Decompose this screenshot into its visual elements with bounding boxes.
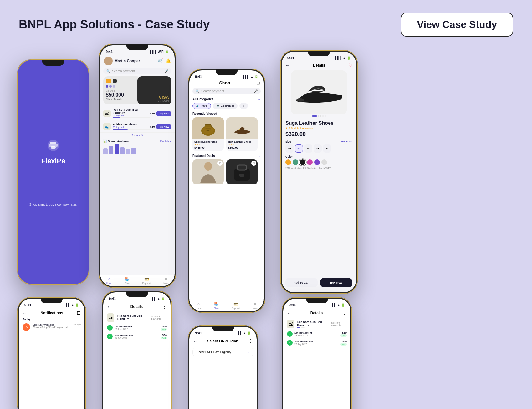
size-chart-link[interactable]: Size chart xyxy=(340,140,352,143)
shop-status-icons: ▌▌▌▲🔋 xyxy=(243,75,258,78)
notif-time-1: 3hrs ago xyxy=(72,323,81,326)
color-orange[interactable] xyxy=(285,159,291,165)
notif-title-1: Discount Available! xyxy=(33,323,54,326)
size-38[interactable]: 38 xyxy=(285,144,294,153)
filter-icon[interactable]: ⊟ xyxy=(256,80,260,85)
bnpl-back[interactable]: ← xyxy=(193,339,197,344)
product-page-dots xyxy=(282,115,356,117)
notif-subtitle-1: We are offering 10% off on your cart xyxy=(33,326,81,328)
size-40[interactable]: 40 xyxy=(304,144,312,153)
deal-card-2[interactable]: ♡ xyxy=(226,159,258,184)
shop-nav-more[interactable]: ≡ More xyxy=(253,302,258,309)
detail-heart-button[interactable]: ♡ xyxy=(348,63,352,68)
cart-icon[interactable]: 🛒 xyxy=(158,58,163,63)
deal-card-1[interactable]: ♡ xyxy=(192,159,224,184)
shop-search-bar[interactable]: 🔍 Search payment 🎤 xyxy=(192,88,261,94)
nav-payment[interactable]: 💳 Payment xyxy=(142,277,151,284)
more-button[interactable]: 3 more ∨ xyxy=(100,133,175,138)
notif-item-1: % Discount Available! 3hrs ago We are of… xyxy=(19,321,84,333)
payment-icon-1: 🛋 xyxy=(103,110,111,117)
pay-now-button-1[interactable]: Pay Now xyxy=(156,111,171,116)
add-to-cart-button[interactable]: Add To Cart xyxy=(285,278,318,287)
recently-viewed-arrow[interactable]: → xyxy=(258,112,261,115)
electronics-icon: 💻 xyxy=(216,104,219,107)
header-icons: 🛒 🔔 xyxy=(158,58,171,63)
action-buttons: Add To Cart Buy Now xyxy=(282,275,356,290)
size-39[interactable]: 39 xyxy=(295,144,303,153)
shop-nav-payment[interactable]: 💳 Payment xyxy=(232,302,240,309)
size-41[interactable]: 41 xyxy=(314,144,322,153)
inst-d2-2-name: 2nd Installment xyxy=(294,340,339,343)
shop-more-icon: ≡ xyxy=(254,302,256,306)
all-categories-label: All Categories xyxy=(192,98,213,101)
notif-back[interactable]: ← xyxy=(23,311,27,316)
shop-nav-home[interactable]: ⌂ Home xyxy=(196,302,202,309)
categories-header: All Categories → xyxy=(189,96,264,102)
details2-back[interactable]: ← xyxy=(287,311,291,316)
categories-arrow[interactable]: → xyxy=(258,98,261,101)
chip-electronics[interactable]: 💻 Electronics xyxy=(213,103,238,109)
color-green[interactable] xyxy=(293,159,298,165)
details1-back[interactable]: ← xyxy=(107,304,111,309)
page-title: BNPL App Solutions - Case Study xyxy=(19,18,210,31)
nav-shop[interactable]: 🏪 Shop xyxy=(125,277,130,284)
payment-name-1: Ikea Sofa cum Bed Furniture xyxy=(113,108,150,114)
bag-heart-icon[interactable]: ♡ xyxy=(220,119,223,122)
bnpl-card: VISA BNPL Card xyxy=(137,76,171,104)
detail-header: ← Details ♡ xyxy=(282,60,356,70)
size-42[interactable]: 42 xyxy=(323,144,331,153)
buy-now-button[interactable]: Buy Now xyxy=(320,278,352,287)
app-tagline: Shop smart, buy now, pay later. xyxy=(29,203,77,206)
monthly-select[interactable]: Monthly ∨ xyxy=(160,140,171,143)
status-time: 9:41 xyxy=(106,50,113,53)
nav-more[interactable]: ≡ More xyxy=(163,277,168,284)
featured-deals-header: Featured Deals → xyxy=(189,152,264,158)
product-card-shoes[interactable]: ♡ RCX Leather Shoes ★ 4.5 $390.00 xyxy=(226,117,258,151)
search-bar[interactable]: 🔍 Search payment 🎤 xyxy=(103,68,171,74)
bnpl-more-icon[interactable]: ⋮ xyxy=(248,338,253,344)
color-purple[interactable] xyxy=(314,159,320,165)
details2-product-name: Ikea Sofa cum Bed Furniture xyxy=(297,321,329,327)
shoes-heart-icon[interactable]: ♡ xyxy=(253,119,256,122)
inst1-status: Paid xyxy=(161,328,167,331)
shop-search-placeholder: Search payment xyxy=(201,89,224,93)
details1-header: ← Details ⋮ xyxy=(103,301,171,312)
page-header: BNPL App Solutions - Case Study View Cas… xyxy=(0,0,532,43)
back-button[interactable]: ← xyxy=(285,63,290,68)
payment-icon: 💳 xyxy=(144,277,149,281)
view-case-study-button[interactable]: View Case Study xyxy=(401,13,513,37)
pay-now-button-2[interactable]: Pay Now xyxy=(156,124,171,129)
chip-home[interactable]: ⌂ xyxy=(239,103,248,109)
debit-card: Balance $50,000 Elikem Daniels xyxy=(103,76,141,104)
check-icon-d2-1: ✓ xyxy=(287,331,293,337)
detail-title: Details xyxy=(313,63,325,68)
inst2-status: Paid xyxy=(161,337,167,339)
search-icon: 🔍 xyxy=(106,69,110,73)
featured-deals-grid: ♡ ♡ xyxy=(189,158,264,186)
details2-more-icon[interactable]: ⋮ xyxy=(342,310,347,316)
details1-more-icon[interactable]: ⋮ xyxy=(162,304,167,310)
recently-viewed-label: Recently Viewed xyxy=(192,112,217,115)
svg-rect-2 xyxy=(50,142,56,144)
chip-travel[interactable]: 🧳 Travel xyxy=(192,103,211,109)
recently-viewed-header: Recently Viewed → xyxy=(189,110,264,116)
inst2-date: 23 July 2022 xyxy=(115,337,159,339)
payment-item-2: 👟 Adidas 359 Shoes 35 days left $30 Pay … xyxy=(100,121,175,133)
payment-amount-1: $50 xyxy=(150,112,155,115)
product-card-bag[interactable]: ♡ Snake Leather Bag ★ 4.5 $445.00 xyxy=(192,117,224,151)
color-gray[interactable] xyxy=(321,159,327,165)
shop-nav-shop[interactable]: 🏪 Shop xyxy=(214,302,219,309)
inst-d2-2-date: 23 July 2022 xyxy=(294,343,339,345)
featured-arrow[interactable]: → xyxy=(258,154,261,158)
notif-filter-icon[interactable]: ⊟ xyxy=(77,310,81,316)
bnpl-option[interactable]: Check BNPL Card Eligibility → xyxy=(192,348,253,356)
color-black[interactable] xyxy=(300,159,305,165)
color-pink[interactable] xyxy=(307,159,313,165)
bell-icon[interactable]: 🔔 xyxy=(166,58,171,63)
nav-home[interactable]: ⌂ Home xyxy=(106,277,112,284)
check-icon-2: ✓ xyxy=(107,334,113,339)
deal-heart-2[interactable]: ♡ xyxy=(251,161,256,166)
inst1-date: 23 June 2022 xyxy=(115,328,159,330)
deal-heart-1[interactable]: ♡ xyxy=(217,161,223,166)
phone-details-2: 9:41 ▌▌▲🔋 ← Details ⋮ 🛋 Ikea Sofa cum Be… xyxy=(282,297,352,409)
